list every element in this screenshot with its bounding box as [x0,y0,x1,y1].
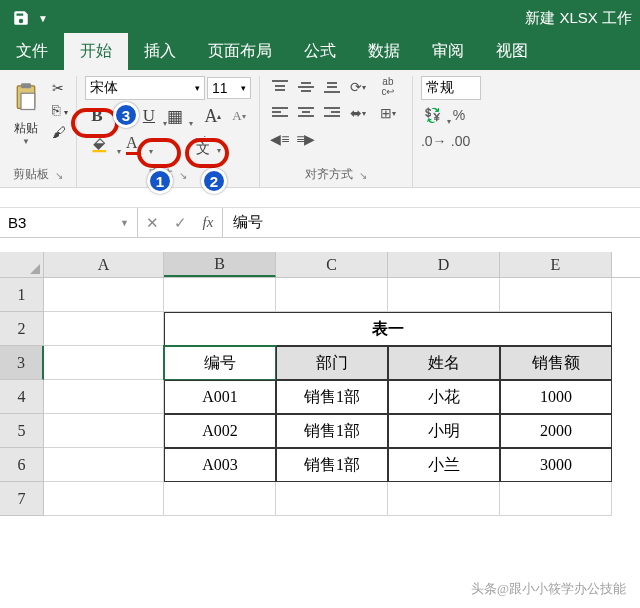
row-header-3[interactable]: 3 [0,346,44,380]
font-size-select[interactable]: 11▾ [207,77,251,99]
row-header-7[interactable]: 7 [0,482,44,516]
paste-button[interactable]: 粘贴 ▼ [8,76,44,146]
cell-A4[interactable] [44,380,164,414]
font-launcher[interactable]: ↘ [179,170,187,181]
tab-insert[interactable]: 插入 [128,33,192,70]
cell-D5[interactable]: 小明 [388,414,500,448]
cell-E4[interactable]: 1000 [500,380,612,414]
col-header-D[interactable]: D [388,252,500,277]
align-left-button[interactable] [268,102,292,124]
paste-dropdown[interactable]: ▼ [8,137,44,146]
cell-B1[interactable] [164,278,276,312]
row-header-4[interactable]: 4 [0,380,44,414]
indent-increase-button[interactable]: ≡▶ [294,128,318,150]
cell-A1[interactable] [44,278,164,312]
cell-E6[interactable]: 3000 [500,448,612,482]
phonetic-button[interactable]: wén文▾ [191,132,215,156]
underline-button[interactable]: U▾ [137,104,161,128]
merge-button[interactable]: ⬌▾ [346,102,370,124]
qat-customize-dropdown[interactable]: ▼ [38,13,48,24]
cell-E3[interactable]: 销售额 [500,346,612,380]
cell-A2[interactable] [44,312,164,346]
cell-C6[interactable]: 销售1部 [276,448,388,482]
clipboard-launcher[interactable]: ↘ [55,170,63,181]
cell-C5[interactable]: 销售1部 [276,414,388,448]
cell-D3[interactable]: 姓名 [388,346,500,380]
formula-input[interactable]: 编号 [223,208,640,237]
cell-E7[interactable] [500,482,612,516]
watermark: 头条@跟小小筱学办公技能 [471,580,626,598]
confirm-edit-button[interactable]: ✓ [166,214,194,232]
shrink-font-button[interactable]: A▾ [227,104,251,128]
align-top-button[interactable] [268,76,292,98]
worksheet[interactable]: A B C D E 1 2 表一 3 编号 部门 姓名 销售额 4 A001 销… [0,252,640,516]
cell-A7[interactable] [44,482,164,516]
border-button[interactable]: ▦▾ [163,104,187,128]
align-center-button[interactable] [294,102,318,124]
save-button[interactable] [8,5,34,31]
cancel-edit-button[interactable]: ✕ [138,214,166,232]
cell-C4[interactable]: 销售1部 [276,380,388,414]
tab-file[interactable]: 文件 [0,33,64,70]
currency-button[interactable]: 💱▾ [421,104,445,126]
bold-button[interactable]: B [85,104,109,128]
cell-C7[interactable] [276,482,388,516]
tab-home[interactable]: 开始 [64,33,128,70]
number-format-select[interactable]: 常规 [421,76,481,100]
wrap-text-button[interactable]: abc↩ [372,76,404,98]
cell-E5[interactable]: 2000 [500,414,612,448]
fill-color-button[interactable]: ▾ [85,132,115,156]
group-clipboard: 粘贴 ▼ ✂ ⎘ ▾ 🖌 剪贴板↘ [0,76,77,187]
col-header-E[interactable]: E [500,252,612,277]
name-box[interactable]: B3▼ [0,208,138,237]
percent-button[interactable]: % [447,104,471,126]
row-header-1[interactable]: 1 [0,278,44,312]
row-header-2[interactable]: 2 [0,312,44,346]
cell-A5[interactable] [44,414,164,448]
alignment-launcher[interactable]: ↘ [359,170,367,181]
col-header-A[interactable]: A [44,252,164,277]
col-header-B[interactable]: B [164,252,276,277]
tab-data[interactable]: 数据 [352,33,416,70]
cell-D1[interactable] [388,278,500,312]
orientation-button[interactable]: ⟳▾ [346,76,370,98]
merge-center-button[interactable]: ⊞▾ [372,102,404,124]
cell-D6[interactable]: 小兰 [388,448,500,482]
cell-C1[interactable] [276,278,388,312]
align-right-button[interactable] [320,102,344,124]
cell-B4[interactable]: A001 [164,380,276,414]
cell-D4[interactable]: 小花 [388,380,500,414]
cut-button[interactable]: ✂ [52,80,68,96]
row-header-5[interactable]: 5 [0,414,44,448]
cell-D7[interactable] [388,482,500,516]
align-bottom-button[interactable] [320,76,344,98]
cell-A6[interactable] [44,448,164,482]
insert-function-button[interactable]: fx [194,214,222,231]
font-color-button[interactable]: A▾ [117,132,147,156]
font-name-select[interactable]: 宋体▾ [85,76,205,100]
cell-E1[interactable] [500,278,612,312]
increase-decimal-button[interactable]: .0→ [421,130,447,152]
tab-review[interactable]: 审阅 [416,33,480,70]
col-header-C[interactable]: C [276,252,388,277]
cell-B2-E2-merged[interactable]: 表一 [164,312,612,346]
cell-B5[interactable]: A002 [164,414,276,448]
tab-layout[interactable]: 页面布局 [192,33,288,70]
copy-button[interactable]: ⎘ ▾ [52,102,68,118]
svg-rect-13 [272,107,288,109]
decrease-decimal-button[interactable]: .00 [449,130,473,152]
cell-B3[interactable]: 编号 [164,346,276,380]
indent-decrease-button[interactable]: ◀≡ [268,128,292,150]
tab-view[interactable]: 视图 [480,33,544,70]
cell-B7[interactable] [164,482,276,516]
cell-C3[interactable]: 部门 [276,346,388,380]
italic-button[interactable]: I [111,104,135,128]
tab-formula[interactable]: 公式 [288,33,352,70]
cell-A3[interactable] [44,346,164,380]
grow-font-button[interactable]: A▴ [201,104,225,128]
select-all-button[interactable] [0,252,44,277]
row-header-6[interactable]: 6 [0,448,44,482]
cell-B6[interactable]: A003 [164,448,276,482]
format-painter-button[interactable]: 🖌 [52,124,68,140]
align-middle-button[interactable] [294,76,318,98]
